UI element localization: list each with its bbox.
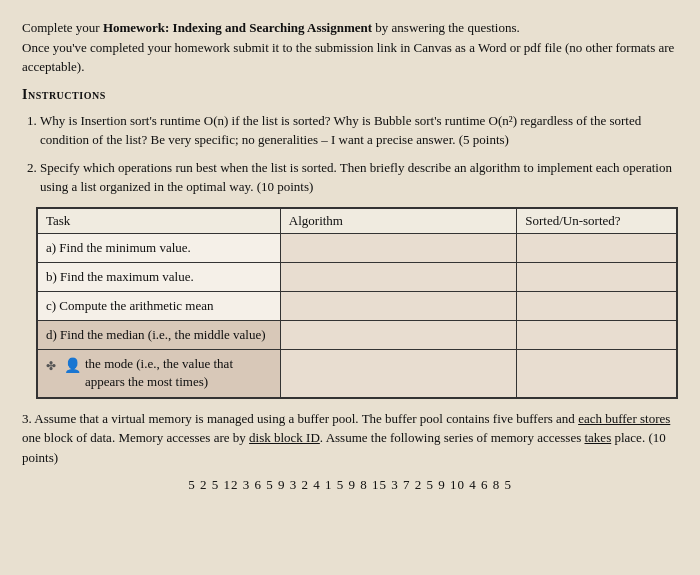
sorted-a (517, 233, 677, 262)
task-e-text: the mode (i.e., the value that appears t… (85, 355, 272, 391)
operations-table: Task Algorithm Sorted/Un-sorted? a) Find… (37, 208, 677, 398)
intro-line2: Once you've completed your homework subm… (22, 40, 674, 75)
questions-list: Why is Insertion sort's runtime O(n) if … (22, 111, 678, 197)
question-2: Specify which operations run best when t… (40, 158, 678, 197)
algo-c (280, 291, 516, 320)
question-1: Why is Insertion sort's runtime O(n) if … (40, 111, 678, 150)
algo-e (280, 350, 516, 397)
star-icon (46, 357, 60, 371)
task-e-content: 👤 the mode (i.e., the value that appears… (46, 355, 272, 391)
person-icon: 👤 (64, 356, 81, 376)
number-series: 5 2 5 12 3 6 5 9 3 2 4 1 5 9 8 15 3 7 2 … (22, 477, 678, 493)
underline-disk-block: disk block ID (249, 430, 320, 445)
task-a: a) Find the minimum value. (38, 233, 281, 262)
algo-b (280, 262, 516, 291)
algo-a (280, 233, 516, 262)
table-row: d) Find the median (i.e., the middle val… (38, 321, 677, 350)
sorted-b (517, 262, 677, 291)
algo-d (280, 321, 516, 350)
underline-each-buffer: each buffer stores (578, 411, 670, 426)
intro-paragraph: Complete your Homework: Indexing and Sea… (22, 18, 678, 77)
task-b: b) Find the maximum value. (38, 262, 281, 291)
task-c: c) Compute the arithmetic mean (38, 291, 281, 320)
operations-table-container: Task Algorithm Sorted/Un-sorted? a) Find… (36, 207, 678, 399)
assignment-title: Homework: Indexing and Searching Assignm… (103, 20, 372, 35)
instructions-heading: Instructions (22, 87, 678, 103)
sorted-column-header: Sorted/Un-sorted? (517, 208, 677, 233)
task-d: d) Find the median (i.e., the middle val… (38, 321, 281, 350)
table-row: b) Find the maximum value. (38, 262, 677, 291)
task-e: 👤 the mode (i.e., the value that appears… (38, 350, 281, 397)
table-header-row: Task Algorithm Sorted/Un-sorted? (38, 208, 677, 233)
algorithm-column-header: Algorithm (280, 208, 516, 233)
q3-text-content: Assume that a virtual memory is managed … (22, 411, 670, 465)
task-column-header: Task (38, 208, 281, 233)
q3-label: 3. (22, 411, 34, 426)
q1-text: Why is Insertion sort's runtime O(n) if … (40, 113, 641, 148)
sorted-e (517, 350, 677, 397)
table-row: c) Compute the arithmetic mean (38, 291, 677, 320)
page-content: Complete your Homework: Indexing and Sea… (22, 18, 678, 493)
table-row: 👤 the mode (i.e., the value that appears… (38, 350, 677, 397)
table-row: a) Find the minimum value. (38, 233, 677, 262)
intro-suffix: by answering the questions. (372, 20, 520, 35)
sorted-c (517, 291, 677, 320)
sorted-d (517, 321, 677, 350)
q2-text: Specify which operations run best when t… (40, 160, 672, 195)
underline-takes: takes (584, 430, 611, 445)
question-3: 3. Assume that a virtual memory is manag… (22, 409, 678, 468)
